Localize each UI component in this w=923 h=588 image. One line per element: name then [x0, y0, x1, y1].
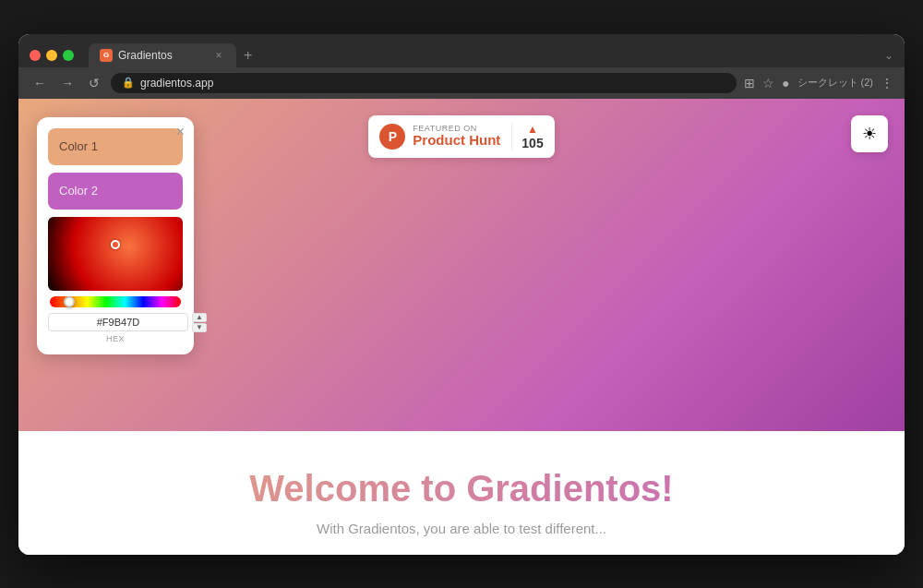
lock-icon: 🔒	[122, 77, 135, 89]
close-traffic-light[interactable]	[30, 50, 41, 61]
minimize-traffic-light[interactable]	[46, 50, 57, 61]
back-button[interactable]: ←	[30, 74, 50, 92]
tab-close-button[interactable]: ×	[212, 49, 225, 62]
address-text: gradientos.app	[140, 77, 213, 90]
product-hunt-badge[interactable]: P FEATURED ON Product Hunt ▲ 105	[368, 115, 554, 158]
active-tab[interactable]: G Gradientos ×	[89, 43, 236, 67]
color2-label: Color 2	[59, 184, 98, 198]
refresh-button[interactable]: ↺	[85, 74, 103, 92]
menu-button[interactable]: ⋮	[881, 76, 893, 90]
product-hunt-text: FEATURED ON Product Hunt	[413, 124, 500, 149]
address-bar[interactable]: 🔒 gradientos.app	[111, 73, 737, 93]
browser-collapse-button[interactable]: ⌄	[884, 49, 893, 62]
ph-votes: ▲ 105	[511, 123, 543, 150]
color1-label: Color 1	[59, 139, 98, 153]
browser-chrome: G Gradientos × + ⌄ ← → ↺ 🔒 gradientos.ap…	[18, 34, 905, 99]
hue-slider[interactable]	[50, 296, 181, 307]
tab-bar: G Gradientos × +	[89, 43, 877, 67]
ph-arrow-icon: ▲	[527, 123, 538, 136]
profile-button[interactable]: ●	[782, 76, 789, 90]
new-tab-button[interactable]: +	[240, 43, 256, 67]
bookmark-button[interactable]: ☆	[762, 76, 774, 90]
color-swatch-2[interactable]: Color 2	[48, 173, 183, 210]
welcome-subtitle: With Gradientos, you are able to test di…	[37, 521, 886, 536]
picker-cursor	[111, 240, 120, 249]
color-swatch-1[interactable]: Color 1	[48, 128, 183, 165]
hue-thumb	[64, 296, 75, 307]
hex-input[interactable]	[48, 313, 188, 331]
forward-button[interactable]: →	[57, 74, 78, 92]
hex-spinner-up[interactable]: ▲	[192, 313, 207, 322]
hex-label: HEX	[48, 334, 183, 343]
page-content: P FEATURED ON Product Hunt ▲ 105 ☀ × Col…	[18, 99, 905, 555]
tab-favicon: G	[100, 49, 113, 62]
incognito-label: シークレット (2)	[797, 76, 874, 90]
color-gradient-picker[interactable]	[48, 217, 183, 291]
traffic-lights	[30, 50, 74, 61]
panel-close-button[interactable]: ×	[176, 125, 185, 139]
hex-input-row: ▲ ▼	[48, 313, 183, 332]
ph-vote-count: 105	[521, 136, 543, 150]
browser-toolbar: ← → ↺ 🔒 gradientos.app ⊞ ☆ ● シークレット (2) …	[18, 67, 905, 99]
tab-title: Gradientos	[118, 49, 173, 62]
maximize-traffic-light[interactable]	[63, 50, 74, 61]
toolbar-actions: ⊞ ☆ ● シークレット (2) ⋮	[744, 76, 893, 90]
browser-titlebar: G Gradientos × + ⌄	[18, 34, 905, 67]
hero-section: P FEATURED ON Product Hunt ▲ 105 ☀ × Col…	[18, 99, 905, 431]
ph-name-label: Product Hunt	[413, 133, 500, 149]
cast-button[interactable]: ⊞	[744, 76, 755, 90]
welcome-title: Welcome to Gradientos!	[37, 468, 886, 510]
hex-spinner: ▲ ▼	[192, 313, 207, 332]
below-hero-section: Welcome to Gradientos! With Gradientos, …	[18, 431, 905, 555]
browser-window: G Gradientos × + ⌄ ← → ↺ 🔒 gradientos.ap…	[18, 34, 905, 555]
hue-slider-container	[48, 296, 183, 307]
product-hunt-logo: P	[379, 124, 405, 150]
theme-toggle-button[interactable]: ☀	[851, 115, 888, 152]
color-picker-panel: × Color 1 Color 2	[37, 117, 194, 354]
hex-spinner-down[interactable]: ▼	[192, 323, 207, 332]
sun-icon: ☀	[862, 124, 877, 144]
